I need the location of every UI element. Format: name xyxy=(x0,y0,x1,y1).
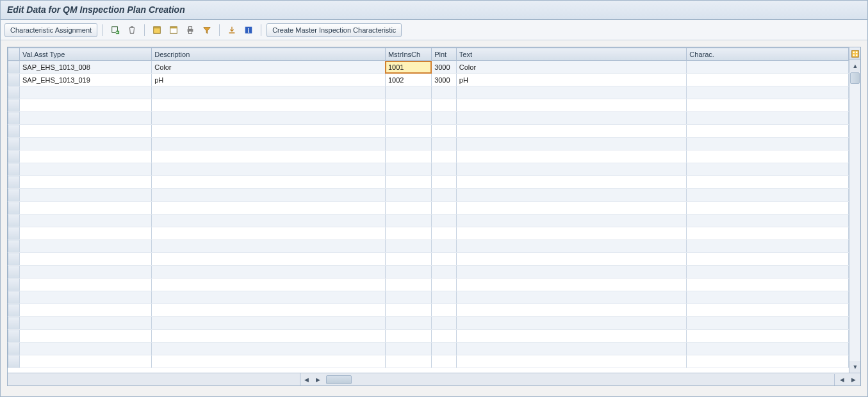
cell-description[interactable] xyxy=(152,163,386,176)
cell-text[interactable]: pH xyxy=(456,74,687,86)
row-selector[interactable] xyxy=(8,61,20,74)
cell-charac[interactable] xyxy=(687,138,849,150)
cell-charac[interactable] xyxy=(687,227,849,240)
cell-val_asst_type[interactable] xyxy=(20,279,152,291)
cell-charac[interactable] xyxy=(687,330,849,343)
cell-val_asst_type[interactable] xyxy=(20,176,152,189)
cell-mstr_ins_ch[interactable]: 1001 xyxy=(385,61,431,74)
cell-mstr_ins_ch[interactable] xyxy=(385,125,431,138)
cell-text[interactable] xyxy=(456,317,687,330)
row-selector[interactable] xyxy=(8,266,20,279)
cell-mstr_ins_ch[interactable] xyxy=(385,215,431,227)
row-selector[interactable] xyxy=(8,163,20,176)
cell-val_asst_type[interactable] xyxy=(20,266,152,279)
cell-val_asst_type[interactable] xyxy=(20,112,152,125)
cell-description[interactable] xyxy=(152,253,386,266)
f4-help-icon[interactable] xyxy=(431,61,432,73)
cell-plnt[interactable] xyxy=(432,240,457,253)
row-selector[interactable] xyxy=(8,176,20,189)
cell-mstr_ins_ch[interactable] xyxy=(385,176,431,189)
cell-val_asst_type[interactable] xyxy=(20,304,152,317)
row-selector[interactable] xyxy=(8,227,20,240)
cell-mstr_ins_ch[interactable] xyxy=(385,330,431,343)
cell-description[interactable] xyxy=(152,240,386,253)
cell-description[interactable] xyxy=(152,99,386,112)
add-row-icon[interactable] xyxy=(108,23,122,37)
cell-description[interactable] xyxy=(152,355,386,368)
col-header-mstr-ins-ch[interactable]: MstrInsCh xyxy=(385,48,431,61)
cell-description[interactable] xyxy=(152,266,386,279)
col-header-text[interactable]: Text xyxy=(456,48,687,61)
row-selector[interactable] xyxy=(8,99,20,112)
row-selector[interactable] xyxy=(8,150,20,163)
cell-charac[interactable] xyxy=(687,112,849,125)
row-selector[interactable] xyxy=(8,125,20,138)
cell-mstr_ins_ch[interactable] xyxy=(385,227,431,240)
cell-text[interactable] xyxy=(456,125,687,138)
cell-description[interactable] xyxy=(152,189,386,202)
cell-val_asst_type[interactable]: SAP_EHS_1013_019 xyxy=(20,74,152,86)
create-master-inspection-char-button[interactable]: Create Master Inspection Characteristic xyxy=(266,23,402,37)
cell-text[interactable] xyxy=(456,86,687,99)
cell-val_asst_type[interactable] xyxy=(20,163,152,176)
row-selector[interactable] xyxy=(8,215,20,227)
row-selector[interactable] xyxy=(8,317,20,330)
cell-text[interactable] xyxy=(456,304,687,317)
row-selector[interactable] xyxy=(8,189,20,202)
col-header-description[interactable]: Description xyxy=(152,48,386,61)
cell-text[interactable] xyxy=(456,202,687,215)
cell-val_asst_type[interactable] xyxy=(20,138,152,150)
info-icon[interactable]: i xyxy=(242,23,256,37)
col-header-plnt[interactable]: Plnt xyxy=(432,48,457,61)
row-selector[interactable] xyxy=(8,240,20,253)
cell-description[interactable] xyxy=(152,330,386,343)
cell-mstr_ins_ch[interactable] xyxy=(385,253,431,266)
cell-plnt[interactable]: 3000 xyxy=(432,74,457,86)
scroll-up-icon[interactable]: ▲ xyxy=(849,60,860,72)
scroll-right-icon[interactable]: ▶ xyxy=(312,374,323,385)
col-header-charac[interactable]: Charac. xyxy=(687,48,849,61)
cell-mstr_ins_ch[interactable] xyxy=(385,240,431,253)
cell-text[interactable] xyxy=(456,215,687,227)
cell-description[interactable] xyxy=(152,215,386,227)
cell-text[interactable] xyxy=(456,240,687,253)
cell-val_asst_type[interactable] xyxy=(20,330,152,343)
cell-charac[interactable] xyxy=(687,202,849,215)
cell-charac[interactable] xyxy=(687,317,849,330)
cell-val_asst_type[interactable] xyxy=(20,317,152,330)
col-header-val-asst-type[interactable]: Val.Asst Type xyxy=(20,48,152,61)
cell-plnt[interactable] xyxy=(432,291,457,304)
cell-charac[interactable] xyxy=(687,176,849,189)
cell-mstr_ins_ch[interactable] xyxy=(385,150,431,163)
delete-icon[interactable] xyxy=(125,23,139,37)
row-selector[interactable] xyxy=(8,86,20,99)
row-selector[interactable] xyxy=(8,343,20,355)
horizontal-scrollbar[interactable]: ◀ ▶ ◀ ▶ xyxy=(8,373,860,385)
row-selector[interactable] xyxy=(8,74,20,86)
characteristic-assignment-button[interactable]: Characteristic Assignment xyxy=(4,23,97,37)
hscroll-thumb[interactable] xyxy=(326,375,352,384)
cell-plnt[interactable] xyxy=(432,189,457,202)
row-selector[interactable] xyxy=(8,291,20,304)
cell-plnt[interactable] xyxy=(432,125,457,138)
select-all-header[interactable] xyxy=(8,48,20,61)
cell-charac[interactable] xyxy=(687,291,849,304)
cell-text[interactable] xyxy=(456,150,687,163)
cell-val_asst_type[interactable] xyxy=(20,150,152,163)
cell-plnt[interactable] xyxy=(432,343,457,355)
cell-val_asst_type[interactable] xyxy=(20,202,152,215)
cell-plnt[interactable] xyxy=(432,266,457,279)
cell-text[interactable] xyxy=(456,355,687,368)
cell-text[interactable] xyxy=(456,176,687,189)
cell-plnt[interactable] xyxy=(432,163,457,176)
cell-charac[interactable] xyxy=(687,86,849,99)
cell-text[interactable]: Color xyxy=(456,61,687,74)
cell-charac[interactable] xyxy=(687,240,849,253)
cell-plnt[interactable] xyxy=(432,253,457,266)
filter-icon[interactable] xyxy=(200,23,214,37)
cell-mstr_ins_ch[interactable] xyxy=(385,291,431,304)
scroll-down-icon[interactable]: ▼ xyxy=(849,361,860,373)
cell-charac[interactable] xyxy=(687,125,849,138)
cell-description[interactable] xyxy=(152,150,386,163)
cell-plnt[interactable] xyxy=(432,202,457,215)
